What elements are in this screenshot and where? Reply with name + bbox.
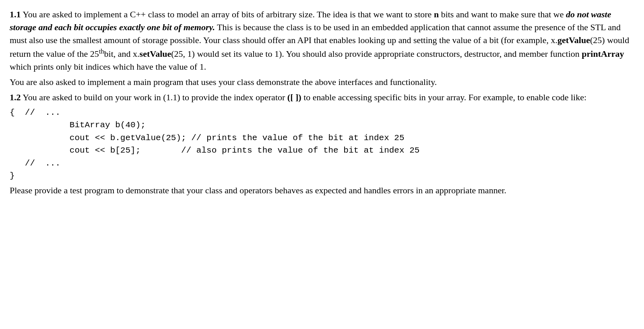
code-line-1: { // ...: [10, 106, 634, 119]
section-1-2-paragraph: 1.2 You are asked to build on your work …: [10, 91, 634, 104]
continuation-text: You are also asked to implement a main p…: [10, 77, 437, 87]
code-line-5: // ...: [10, 157, 634, 170]
code-line-4: cout << b[25]; // also prints the value …: [10, 144, 634, 157]
code-block: { // ... BitArray b(40); cout << b.getVa…: [10, 106, 634, 182]
section-number-1-2: 1.2: [10, 92, 21, 102]
bold-setvalue: setValue: [140, 49, 171, 59]
bold-getvalue: getValue: [557, 35, 590, 45]
code-line-3: cout << b.getValue(25); // prints the va…: [10, 132, 634, 145]
closing-paragraph: Please provide a test program to demonst…: [10, 184, 634, 197]
code-line-2: BitArray b(40);: [10, 119, 634, 132]
code-line-6: }: [10, 170, 634, 182]
section-number-1-1: 1.1: [10, 9, 21, 19]
text-bit: bit, and x.: [104, 49, 140, 59]
section-1-2-text: You are asked to build on your work in (…: [21, 92, 287, 102]
text-25-1: (25, 1) would set its value to 1). You s…: [171, 49, 582, 59]
closing-text: Please provide a test program to demonst…: [10, 185, 506, 195]
text-end: which prints only bit indices which have…: [10, 62, 206, 72]
main-content: 1.1 You are asked to implement a C++ cla…: [10, 8, 634, 197]
bold-printarray: printArray: [582, 49, 624, 59]
text-after-n: bits and want to make sure that we: [439, 9, 566, 19]
bold-n: n: [434, 9, 439, 19]
section-1-2-text-after: to enable accessing specific bits in you…: [301, 92, 586, 102]
text-intro: You are asked to implement a C++ class t…: [21, 9, 434, 19]
section-1-1-paragraph: 1.1 You are asked to implement a C++ cla…: [10, 8, 634, 73]
bold-operator: ([ ]): [287, 92, 301, 102]
section-1-1-continuation: You are also asked to implement a main p…: [10, 76, 634, 89]
superscript-th: th: [99, 48, 104, 55]
